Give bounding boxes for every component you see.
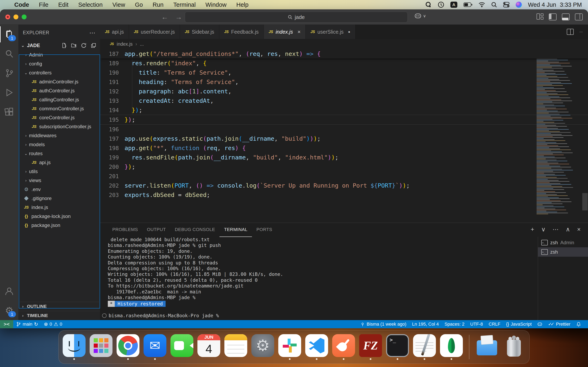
chevron-down-icon[interactable]: ∨ [541, 226, 546, 233]
breadcrumb-file[interactable]: index.js [117, 42, 133, 47]
split-editor-icon[interactable] [567, 29, 574, 35]
breadcrumb-more[interactable]: ... [140, 42, 144, 47]
tree-item-routes[interactable]: ⌄routes [18, 149, 100, 158]
code-line-193[interactable]: 193 createdAt: createdAt, [100, 96, 588, 105]
tree-item-api.js[interactable]: JSapi.js [18, 158, 100, 167]
tree-item-authController.js[interactable]: JSauthController.js [18, 86, 100, 95]
nav-forward-icon[interactable]: → [175, 13, 182, 21]
new-terminal-icon[interactable]: + [531, 226, 534, 233]
wifi-icon[interactable] [479, 1, 485, 8]
activity-extensions[interactable] [0, 102, 18, 122]
toggle-panel-icon[interactable] [562, 13, 570, 20]
dock-mail[interactable] [142, 334, 168, 360]
dock-visual-studio-code[interactable] [304, 334, 329, 360]
dock-finder[interactable] [61, 334, 87, 360]
tree-item-subscriptionController.js[interactable]: JSsubscriptionController.js [18, 122, 100, 131]
activity-explorer[interactable]: 1 [0, 25, 18, 44]
close-icon[interactable]: × [297, 29, 301, 35]
dock-system-settings[interactable] [250, 334, 276, 360]
tab-Sidebar.js[interactable]: JSSidebar.js [180, 25, 219, 39]
menu-item-run[interactable]: Run [148, 1, 168, 8]
tree-item-package.json[interactable]: {}package.json [18, 221, 100, 230]
activity-search[interactable] [0, 44, 18, 63]
activity-run-debug[interactable] [0, 83, 18, 102]
dock-mongodb-compass[interactable] [439, 334, 464, 360]
project-section-header[interactable]: ⌄ JADE [18, 41, 100, 50]
indentation[interactable]: Spaces: 2 [442, 322, 467, 327]
panel-tab-ports[interactable]: PORTS [252, 223, 277, 237]
code-line-200[interactable]: 200}); [100, 162, 588, 171]
tree-item-index.js[interactable]: JSindex.js [18, 203, 100, 212]
remote-indicator[interactable]: >< [0, 320, 13, 328]
encoding[interactable]: UTF-8 [467, 322, 486, 327]
activity-source-control[interactable] [0, 63, 18, 83]
code-line-191[interactable]: 191 heading: "Terms of Service", [100, 77, 588, 87]
code-line-203[interactable]: 203exports.dbSeed = dbSeed; [100, 190, 588, 200]
command-center-search[interactable]: jade [185, 12, 408, 23]
code-line-197[interactable]: 197app.use(express.static(path.join(__di… [100, 134, 588, 143]
customize-layout-icon[interactable] [536, 13, 544, 20]
panel-tab-output[interactable]: OUTPUT [142, 223, 170, 237]
menu-item-terminal[interactable]: Terminal [168, 1, 201, 8]
cursor-position[interactable]: Ln 195, Col 4 [409, 322, 442, 327]
breadcrumb[interactable]: JS index.js › ... [100, 39, 588, 49]
code-line-202[interactable]: 202server.listen(PORT, () => console.log… [100, 181, 588, 190]
tab-userSlice.js[interactable]: JSuserSlice.js● [306, 25, 355, 39]
outline-section[interactable]: › OUTLINE [18, 302, 100, 311]
menu-item-go[interactable]: Go [130, 1, 148, 8]
terminal-instance-zsh-admin[interactable]: >_zshAdmin [538, 238, 588, 247]
new-file-icon[interactable] [61, 43, 67, 48]
dock-calendar[interactable]: JUN4 [196, 334, 222, 360]
tree-item-.env[interactable]: ⚙.env [18, 185, 100, 194]
activity-settings[interactable]: ⚙ 1 [0, 301, 18, 320]
explorer-more-icon[interactable]: ⋯ [89, 29, 96, 36]
code-line-199[interactable]: 199 res.sendFile(path.join(__dirname, "b… [100, 153, 588, 162]
new-folder-icon[interactable] [71, 43, 77, 48]
code-line-192[interactable]: 192 paragraph: abc[1].content, [100, 87, 588, 96]
problems-indicator[interactable]: ⊗ 0 ⚠ 0 [41, 321, 65, 327]
menu-item-window[interactable]: Window [200, 1, 231, 8]
close-panel-icon[interactable]: × [577, 226, 581, 233]
dock-downloads[interactable] [474, 334, 500, 360]
menu-item-selection[interactable]: Selection [73, 1, 107, 8]
collapse-all-icon[interactable] [91, 43, 96, 48]
terminal-instance-zsh[interactable]: >_zsh [538, 247, 588, 257]
minimap[interactable] [535, 49, 582, 223]
copilot-status[interactable] [535, 322, 545, 327]
maximize-panel-icon[interactable]: ∧ [566, 226, 570, 233]
close-window-button[interactable] [5, 15, 10, 19]
tab-Feedback.js[interactable]: JSFeedback.js [219, 25, 264, 39]
terminal-output[interactable]: delete mode 100644 build/robots.txtbisma… [100, 237, 538, 320]
panel-tab-problems[interactable]: PROBLEMS [108, 223, 142, 237]
code-editor[interactable]: 187app.get("/terms_and_conditions*", (re… [100, 49, 588, 223]
tree-item-package-lock.json[interactable]: {}package-lock.json [18, 212, 100, 221]
battery-icon[interactable] [463, 1, 472, 8]
minimize-window-button[interactable] [13, 15, 18, 19]
ellipsis-icon[interactable]: ⋯ [553, 226, 559, 233]
code-line-190[interactable]: 190 title: "Terms of Service", [100, 68, 588, 77]
tree-item-callingController.js[interactable]: JScallingController.js [18, 95, 100, 104]
code-line-198[interactable]: 198app.get("*", function (req, res) { [100, 143, 588, 153]
nav-back-icon[interactable]: ← [161, 13, 168, 21]
dock-textedit[interactable] [412, 334, 437, 360]
menu-item-view[interactable]: View [108, 1, 130, 8]
dock-terminal[interactable]: >_ [385, 334, 410, 360]
siri-icon[interactable] [516, 2, 522, 8]
code-line-196[interactable]: 196 [100, 125, 588, 134]
tree-item-utils[interactable]: ›utils [18, 167, 100, 176]
spotlight-icon[interactable] [491, 1, 497, 8]
menu-item-edit[interactable]: Edit [53, 1, 73, 8]
refresh-icon[interactable] [81, 43, 86, 48]
notifications[interactable] [573, 322, 584, 327]
dock-facetime[interactable] [169, 334, 195, 360]
tab-api.js[interactable]: JSapi.js [100, 25, 129, 39]
clock-app-icon[interactable] [438, 1, 444, 8]
timeline-section[interactable]: › TIMELINE [18, 311, 100, 320]
tree-item-middlewares[interactable]: ›middlewares [18, 131, 100, 140]
panel-tab-debug-console[interactable]: DEBUG CONSOLE [170, 223, 219, 237]
code-line-201[interactable]: 201 [100, 171, 588, 181]
grammarly-icon[interactable] [425, 1, 432, 8]
zoom-window-button[interactable] [22, 15, 26, 19]
activity-accounts[interactable] [0, 281, 18, 301]
toggle-secondary-sidebar-icon[interactable] [575, 13, 583, 20]
